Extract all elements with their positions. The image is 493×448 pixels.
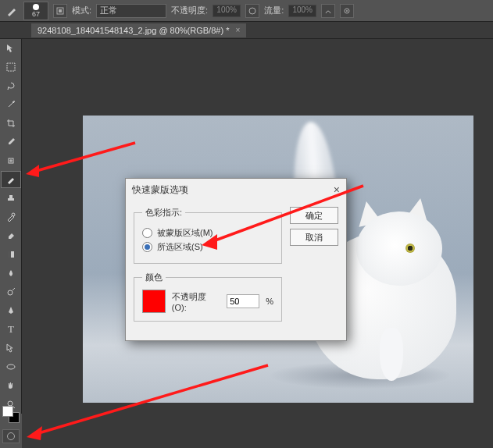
options-bar: 67 模式: 正常 不透明度: 100% 流量: 100%: [0, 0, 493, 22]
pressure-opacity-icon[interactable]: [245, 4, 259, 18]
brush-tool[interactable]: [1, 171, 21, 188]
color-swatch[interactable]: [142, 290, 166, 313]
dodge-tool[interactable]: [1, 283, 21, 300]
opacity-label: 不透明度(O):: [172, 291, 220, 312]
opacity-label: 不透明度:: [171, 5, 208, 16]
path-tool[interactable]: [1, 340, 21, 357]
stamp-tool[interactable]: [1, 190, 21, 207]
lasso-tool[interactable]: [1, 77, 21, 94]
svg-rect-5: [7, 63, 15, 71]
svg-point-11: [8, 290, 13, 295]
foreground-color-swatch[interactable]: [2, 406, 13, 417]
svg-point-4: [346, 10, 348, 12]
document-tab[interactable]: 9248108_184041548143_2.jpg @ 80%(RGB/8#)…: [31, 23, 246, 37]
radio-label: 所选区域(S): [157, 241, 203, 253]
mode-label: 模式:: [72, 5, 91, 16]
radio-icon: [142, 242, 152, 252]
brush-size-value: 67: [32, 10, 40, 18]
gradient-tool[interactable]: [1, 246, 21, 263]
hand-tool[interactable]: [1, 377, 21, 394]
cancel-button[interactable]: 取消: [290, 229, 338, 246]
move-tool[interactable]: [1, 40, 21, 57]
opacity-value[interactable]: 100%: [213, 5, 241, 17]
fieldset-legend: 颜色: [142, 272, 166, 283]
color-swatches[interactable]: [2, 406, 20, 423]
shape-tool[interactable]: [1, 358, 21, 375]
brush-preset-picker[interactable]: 67: [23, 2, 48, 20]
quick-mask-icon: [7, 432, 15, 440]
blend-mode-select[interactable]: 正常: [96, 4, 166, 18]
percent-unit: %: [266, 297, 273, 306]
wand-tool[interactable]: [1, 96, 21, 113]
pressure-size-icon[interactable]: [340, 4, 354, 18]
color-indicates-fieldset: 色彩指示: 被蒙版区域(M) 所选区域(S): [134, 207, 282, 264]
airbrush-icon[interactable]: [321, 4, 335, 18]
color-fieldset: 颜色 不透明度(O): %: [134, 272, 282, 322]
brush-tool-icon: [5, 4, 19, 18]
svg-point-6: [13, 101, 15, 102]
document-tab-bar: 9248108_184041548143_2.jpg @ 80%(RGB/8#)…: [0, 22, 493, 39]
document-title: 9248108_184041548143_2.jpg @ 80%(RGB/8#)…: [38, 26, 229, 35]
close-icon[interactable]: ×: [334, 183, 340, 196]
radio-masked-areas[interactable]: 被蒙版区域(M): [142, 227, 273, 239]
eraser-tool[interactable]: [1, 227, 21, 244]
svg-point-12: [7, 364, 15, 369]
svg-rect-10: [8, 251, 11, 258]
radio-selected-areas[interactable]: 所选区域(S): [142, 241, 273, 253]
fieldset-legend: 色彩指示:: [142, 207, 185, 219]
type-tool[interactable]: T: [1, 321, 21, 338]
brush-panel-toggle-icon[interactable]: [53, 4, 67, 18]
opacity-input[interactable]: [227, 294, 259, 308]
toolbox: T: [0, 39, 22, 414]
flow-label: 流量:: [264, 5, 284, 16]
heal-tool[interactable]: [1, 152, 21, 169]
blur-tool[interactable]: [1, 265, 21, 282]
flow-value[interactable]: 100%: [288, 5, 316, 17]
dialog-title: 快速蒙版选项: [132, 183, 188, 197]
svg-rect-1: [59, 9, 62, 12]
crop-tool[interactable]: [1, 115, 21, 132]
svg-point-2: [249, 8, 255, 14]
eyedropper-tool[interactable]: [1, 133, 21, 151]
quick-mask-button[interactable]: [2, 429, 20, 443]
close-icon[interactable]: ×: [235, 26, 240, 34]
ok-button[interactable]: 确定: [290, 207, 338, 224]
dialog-titlebar[interactable]: 快速蒙版选项 ×: [126, 179, 346, 201]
radio-icon: [142, 228, 152, 238]
marquee-tool[interactable]: [1, 59, 21, 76]
radio-label: 被蒙版区域(M): [157, 227, 213, 239]
history-brush-tool[interactable]: [1, 208, 21, 226]
quick-mask-options-dialog: 快速蒙版选项 × 确定 取消 色彩指示: 被蒙版区域(M) 所选区域(S) 颜色…: [125, 178, 347, 341]
pen-tool[interactable]: [1, 302, 21, 319]
